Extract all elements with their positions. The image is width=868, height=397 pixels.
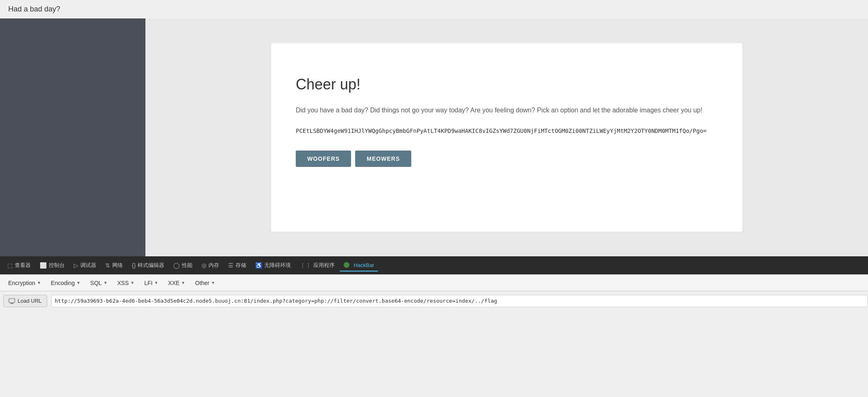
lfi-label: LFI (144, 280, 152, 286)
load-url-icon (9, 298, 15, 304)
other-label: Other (195, 280, 209, 286)
devtools-network[interactable]: ⇅ 网络 (101, 259, 127, 272)
devtools-console[interactable]: ⬜ 控制台 (36, 259, 69, 272)
menu-xss[interactable]: XSS ▼ (113, 278, 138, 288)
devtools-performance[interactable]: ◯ 性能 (169, 259, 197, 272)
main-content: Cheer up! Did you have a bad day? Did th… (0, 18, 868, 256)
menu-sql[interactable]: SQL ▼ (86, 278, 111, 288)
hackbar-menu: Encryption ▼ Encoding ▼ SQL ▼ XSS ▼ LFI … (0, 274, 868, 291)
encoding-chevron-icon: ▼ (76, 281, 80, 285)
load-url-button[interactable]: Load URL (3, 295, 47, 307)
console-label: 控制台 (49, 262, 65, 269)
page-title: Had a bad day? (0, 0, 868, 18)
card: Cheer up! Did you have a bad day? Did th… (271, 43, 742, 232)
inspector-icon: ⬚ (7, 262, 13, 269)
encryption-label: Encryption (8, 280, 35, 286)
hackbar-label: HackBar (354, 262, 374, 268)
devtools-storage[interactable]: ☰ 存储 (224, 259, 250, 272)
memory-icon: ◎ (202, 262, 206, 269)
accessibility-label: 无障碍环境 (264, 262, 291, 269)
network-icon: ⇅ (105, 262, 110, 269)
menu-lfi[interactable]: LFI ▼ (140, 278, 162, 288)
performance-label: 性能 (182, 262, 193, 269)
sql-chevron-icon: ▼ (103, 281, 107, 285)
card-heading: Cheer up! (296, 76, 718, 93)
devtools-toolbar: ⬚ 查看器 ⬜ 控制台 ▷ 调试器 ⇅ 网络 {} 样式编辑器 ◯ 性能 ◎ 内… (0, 256, 868, 274)
url-input[interactable] (51, 295, 868, 307)
devtools-debugger[interactable]: ▷ 调试器 (70, 259, 100, 272)
devtools-accessibility[interactable]: ♿ 无障碍环境 (251, 259, 295, 272)
devtools-hackbar[interactable]: HackBar (340, 260, 378, 272)
encryption-chevron-icon: ▼ (37, 281, 41, 285)
svg-rect-0 (9, 299, 15, 303)
console-icon: ⬜ (40, 262, 47, 269)
title-text: Had a bad day? (8, 5, 60, 13)
menu-encoding[interactable]: Encoding ▼ (47, 278, 84, 288)
xss-chevron-icon: ▼ (130, 281, 134, 285)
menu-encryption[interactable]: Encryption ▼ (4, 278, 45, 288)
card-description: Did you have a bad day? Did things not g… (296, 105, 718, 115)
devtools-inspector[interactable]: ⬚ 查看器 (3, 259, 35, 272)
left-panel (0, 18, 145, 256)
card-buttons: WOOFERS MEOWERS (296, 151, 718, 167)
sql-label: SQL (90, 280, 102, 286)
style-editor-icon: {} (132, 262, 136, 269)
memory-label: 内存 (209, 262, 219, 269)
style-editor-label: 样式编辑器 (138, 262, 164, 269)
woofers-button[interactable]: WOOFERS (296, 151, 351, 167)
devtools-memory[interactable]: ◎ 内存 (197, 259, 223, 272)
debugger-icon: ▷ (74, 262, 78, 269)
xss-label: XSS (117, 280, 129, 286)
network-label: 网络 (112, 262, 123, 269)
other-chevron-icon: ▼ (211, 281, 215, 285)
menu-xxe[interactable]: XXE ▼ (164, 278, 189, 288)
devtools-style-editor[interactable]: {} 样式编辑器 (128, 259, 168, 272)
accessibility-icon: ♿ (255, 262, 262, 269)
debugger-label: 调试器 (80, 262, 96, 269)
meowers-button[interactable]: MEOWERS (355, 151, 411, 167)
xxe-label: XXE (168, 280, 179, 286)
apps-icon: ⋮⋮ (300, 262, 311, 269)
storage-icon: ☰ (228, 262, 233, 269)
hackbar-dot-icon (344, 262, 349, 268)
lfi-chevron-icon: ▼ (154, 281, 158, 285)
load-url-label: Load URL (18, 298, 42, 304)
hackbar-url-bar: Load URL (0, 291, 868, 310)
card-encoded-text: PCEtLSBDYW4geW91IHJlYWQgGhpcyBmbGFnPyAtL… (296, 128, 718, 134)
apps-label: 应用程序 (313, 262, 335, 269)
storage-label: 存储 (236, 262, 246, 269)
encoding-label: Encoding (51, 280, 75, 286)
devtools-apps[interactable]: ⋮⋮ 应用程序 (296, 259, 339, 272)
inspector-label: 查看器 (15, 262, 31, 269)
menu-other[interactable]: Other ▼ (191, 278, 219, 288)
xxe-chevron-icon: ▼ (181, 281, 185, 285)
right-panel: Cheer up! Did you have a bad day? Did th… (145, 18, 868, 256)
performance-icon: ◯ (173, 262, 180, 269)
